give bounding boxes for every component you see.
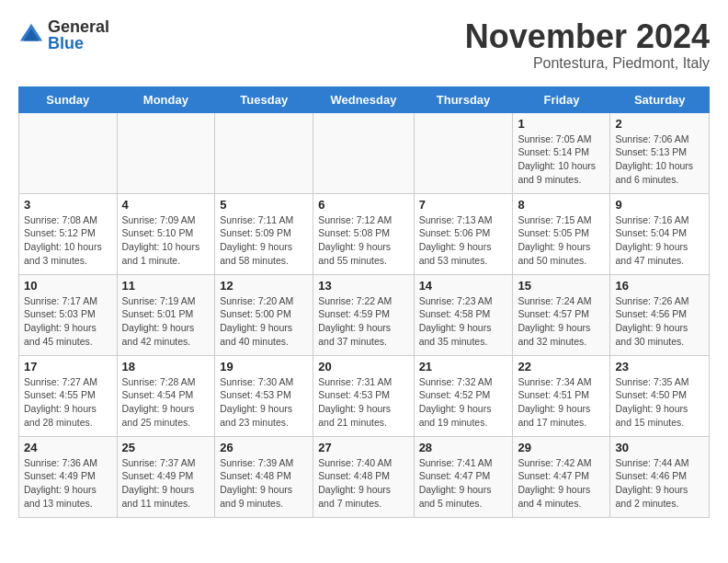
calendar-day-cell: 10Sunrise: 7:17 AM Sunset: 5:03 PM Dayli… (19, 274, 118, 355)
calendar-day-cell: 7Sunrise: 7:13 AM Sunset: 5:06 PM Daylig… (414, 193, 513, 274)
day-number: 28 (419, 441, 508, 454)
day-info: Sunrise: 7:27 AM Sunset: 4:55 PM Dayligh… (24, 375, 112, 430)
day-number: 2 (615, 117, 704, 131)
day-info: Sunrise: 7:41 AM Sunset: 4:47 PM Dayligh… (419, 456, 508, 511)
day-info: Sunrise: 7:06 AM Sunset: 5:13 PM Dayligh… (615, 132, 704, 187)
day-info: Sunrise: 7:28 AM Sunset: 4:54 PM Dayligh… (122, 375, 210, 430)
calendar-day-cell: 3Sunrise: 7:08 AM Sunset: 5:12 PM Daylig… (19, 193, 118, 274)
location-subtitle: Pontestura, Piedmont, Italy (465, 55, 710, 72)
day-number: 30 (615, 441, 704, 454)
day-info: Sunrise: 7:26 AM Sunset: 4:56 PM Dayligh… (615, 294, 704, 349)
calendar-day-cell: 27Sunrise: 7:40 AM Sunset: 4:48 PM Dayli… (313, 436, 414, 517)
day-info: Sunrise: 7:09 AM Sunset: 5:10 PM Dayligh… (122, 213, 210, 268)
calendar-day-cell: 22Sunrise: 7:34 AM Sunset: 4:51 PM Dayli… (513, 355, 610, 436)
calendar-day-cell: 13Sunrise: 7:22 AM Sunset: 4:59 PM Dayli… (313, 274, 414, 355)
day-info: Sunrise: 7:12 AM Sunset: 5:08 PM Dayligh… (318, 213, 408, 268)
day-info: Sunrise: 7:40 AM Sunset: 4:48 PM Dayligh… (318, 456, 408, 511)
day-header-wednesday: Wednesday (313, 86, 414, 112)
day-number: 10 (24, 279, 112, 293)
calendar-week-row: 3Sunrise: 7:08 AM Sunset: 5:12 PM Daylig… (19, 193, 710, 274)
logo-icon (18, 22, 44, 48)
calendar-day-cell: 11Sunrise: 7:19 AM Sunset: 5:01 PM Dayli… (117, 274, 215, 355)
calendar-day-cell: 19Sunrise: 7:30 AM Sunset: 4:53 PM Dayli… (215, 355, 313, 436)
calendar-day-cell: 14Sunrise: 7:23 AM Sunset: 4:58 PM Dayli… (414, 274, 513, 355)
day-header-friday: Friday (513, 86, 610, 112)
day-number: 16 (615, 279, 704, 293)
day-info: Sunrise: 7:16 AM Sunset: 5:04 PM Dayligh… (615, 213, 704, 268)
day-number: 19 (220, 360, 308, 373)
day-info: Sunrise: 7:34 AM Sunset: 4:51 PM Dayligh… (518, 375, 605, 430)
calendar-week-row: 10Sunrise: 7:17 AM Sunset: 5:03 PM Dayli… (19, 274, 710, 355)
day-number: 21 (419, 360, 508, 373)
day-info: Sunrise: 7:19 AM Sunset: 5:01 PM Dayligh… (122, 294, 210, 349)
calendar-day-cell: 8Sunrise: 7:15 AM Sunset: 5:05 PM Daylig… (513, 193, 610, 274)
day-number: 5 (220, 198, 308, 212)
calendar-day-cell: 30Sunrise: 7:44 AM Sunset: 4:46 PM Dayli… (610, 436, 710, 517)
calendar-day-cell (19, 112, 118, 193)
day-info: Sunrise: 7:31 AM Sunset: 4:53 PM Dayligh… (318, 375, 408, 430)
day-info: Sunrise: 7:22 AM Sunset: 4:59 PM Dayligh… (318, 294, 408, 349)
day-number: 25 (122, 441, 210, 454)
day-number: 1 (518, 117, 605, 131)
day-number: 11 (122, 279, 210, 293)
day-info: Sunrise: 7:11 AM Sunset: 5:09 PM Dayligh… (220, 213, 308, 268)
day-header-tuesday: Tuesday (215, 86, 313, 112)
day-info: Sunrise: 7:44 AM Sunset: 4:46 PM Dayligh… (615, 456, 704, 511)
day-header-sunday: Sunday (19, 86, 118, 112)
calendar-day-cell: 29Sunrise: 7:42 AM Sunset: 4:47 PM Dayli… (513, 436, 610, 517)
title-section: November 2024 Pontestura, Piedmont, Ital… (465, 18, 710, 72)
day-number: 7 (419, 198, 508, 212)
logo-text: General Blue (48, 18, 109, 52)
day-info: Sunrise: 7:20 AM Sunset: 5:00 PM Dayligh… (220, 294, 308, 349)
day-info: Sunrise: 7:17 AM Sunset: 5:03 PM Dayligh… (24, 294, 112, 349)
day-info: Sunrise: 7:32 AM Sunset: 4:52 PM Dayligh… (419, 375, 508, 430)
day-number: 27 (318, 441, 408, 454)
calendar-week-row: 24Sunrise: 7:36 AM Sunset: 4:49 PM Dayli… (19, 436, 710, 517)
day-number: 14 (419, 279, 508, 293)
calendar-day-cell: 16Sunrise: 7:26 AM Sunset: 4:56 PM Dayli… (610, 274, 710, 355)
calendar-day-cell (313, 112, 414, 193)
day-number: 3 (24, 198, 112, 212)
calendar-day-cell: 21Sunrise: 7:32 AM Sunset: 4:52 PM Dayli… (414, 355, 513, 436)
calendar-day-cell (414, 112, 513, 193)
calendar-header-row: SundayMondayTuesdayWednesdayThursdayFrid… (19, 86, 710, 112)
day-number: 8 (518, 198, 605, 212)
calendar-day-cell: 4Sunrise: 7:09 AM Sunset: 5:10 PM Daylig… (117, 193, 215, 274)
day-info: Sunrise: 7:42 AM Sunset: 4:47 PM Dayligh… (518, 456, 605, 511)
calendar-day-cell: 1Sunrise: 7:05 AM Sunset: 5:14 PM Daylig… (513, 112, 610, 193)
day-number: 24 (24, 441, 112, 454)
day-info: Sunrise: 7:35 AM Sunset: 4:50 PM Dayligh… (615, 375, 704, 430)
day-number: 15 (518, 279, 605, 293)
day-info: Sunrise: 7:23 AM Sunset: 4:58 PM Dayligh… (419, 294, 508, 349)
calendar-day-cell: 28Sunrise: 7:41 AM Sunset: 4:47 PM Dayli… (414, 436, 513, 517)
calendar-week-row: 17Sunrise: 7:27 AM Sunset: 4:55 PM Dayli… (19, 355, 710, 436)
calendar-day-cell: 2Sunrise: 7:06 AM Sunset: 5:13 PM Daylig… (610, 112, 710, 193)
day-info: Sunrise: 7:08 AM Sunset: 5:12 PM Dayligh… (24, 213, 112, 268)
calendar-day-cell (117, 112, 215, 193)
calendar-day-cell: 17Sunrise: 7:27 AM Sunset: 4:55 PM Dayli… (19, 355, 118, 436)
day-info: Sunrise: 7:13 AM Sunset: 5:06 PM Dayligh… (419, 213, 508, 268)
day-number: 29 (518, 441, 605, 454)
page-header: General Blue November 2024 Pontestura, P… (18, 18, 710, 72)
calendar-day-cell: 20Sunrise: 7:31 AM Sunset: 4:53 PM Dayli… (313, 355, 414, 436)
day-info: Sunrise: 7:15 AM Sunset: 5:05 PM Dayligh… (518, 213, 605, 268)
day-number: 23 (615, 360, 704, 373)
calendar-day-cell: 5Sunrise: 7:11 AM Sunset: 5:09 PM Daylig… (215, 193, 313, 274)
month-title: November 2024 (465, 18, 710, 55)
day-number: 18 (122, 360, 210, 373)
day-number: 4 (122, 198, 210, 212)
calendar-day-cell: 18Sunrise: 7:28 AM Sunset: 4:54 PM Dayli… (117, 355, 215, 436)
day-info: Sunrise: 7:39 AM Sunset: 4:48 PM Dayligh… (220, 456, 308, 511)
day-info: Sunrise: 7:05 AM Sunset: 5:14 PM Dayligh… (518, 132, 605, 187)
calendar-day-cell: 12Sunrise: 7:20 AM Sunset: 5:00 PM Dayli… (215, 274, 313, 355)
logo-general: General (48, 18, 109, 35)
day-number: 12 (220, 279, 308, 293)
calendar-day-cell: 6Sunrise: 7:12 AM Sunset: 5:08 PM Daylig… (313, 193, 414, 274)
calendar-day-cell: 15Sunrise: 7:24 AM Sunset: 4:57 PM Dayli… (513, 274, 610, 355)
day-number: 6 (318, 198, 408, 212)
day-info: Sunrise: 7:24 AM Sunset: 4:57 PM Dayligh… (518, 294, 605, 349)
logo-blue: Blue (48, 35, 109, 52)
day-number: 20 (318, 360, 408, 373)
calendar-day-cell (215, 112, 313, 193)
day-header-thursday: Thursday (414, 86, 513, 112)
